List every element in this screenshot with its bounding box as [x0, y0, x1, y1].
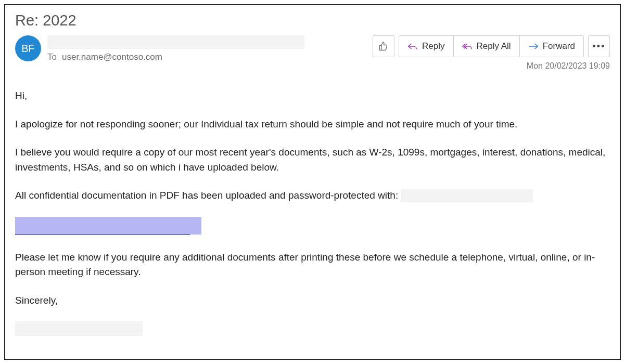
recipient-line: To user.name@contoso.com: [47, 52, 313, 62]
reply-button[interactable]: Reply: [399, 36, 453, 57]
email-timestamp: Mon 20/02/2023 19:09: [527, 61, 610, 71]
sender-avatar[interactable]: BF: [15, 35, 41, 61]
reply-all-button[interactable]: Reply All: [454, 36, 520, 57]
reply-button-group: Reply Reply All: [399, 35, 584, 57]
sender-info: To user.name@contoso.com: [47, 35, 313, 62]
action-buttons: Reply Reply All: [373, 35, 610, 57]
email-header: BF To user.name@contoso.com: [15, 35, 610, 71]
avatar-initials: BF: [21, 43, 35, 55]
signature-redacted: [15, 321, 143, 336]
body-p3-text: All confidential documentation in PDF ha…: [15, 190, 398, 201]
actions-area: Reply Reply All: [313, 35, 610, 71]
password-redacted: [401, 189, 533, 202]
forward-label: Forward: [543, 41, 575, 51]
body-paragraph-1: I apologize for not responding sooner; o…: [15, 117, 610, 132]
reply-icon: [407, 41, 418, 51]
body-greeting: Hi,: [15, 88, 610, 103]
email-body: Hi, I apologize for not responding soone…: [15, 88, 610, 336]
email-reading-pane: Re: 2022 BF To user.name@contoso.com: [4, 4, 621, 360]
body-paragraph-3: All confidential documentation in PDF ha…: [15, 188, 610, 203]
body-paragraph-4: Please let me know if you require any ad…: [15, 250, 610, 280]
reply-label: Reply: [422, 41, 444, 51]
reply-all-label: Reply All: [477, 41, 511, 51]
sender-name-redacted: [47, 35, 304, 49]
attachment-link-redacted[interactable]: [15, 217, 201, 235]
forward-button[interactable]: Forward: [520, 36, 583, 57]
reply-all-icon: [462, 41, 473, 51]
to-label: To: [47, 52, 57, 62]
thumbs-up-icon: [378, 41, 389, 51]
ellipsis-icon: •••: [593, 41, 606, 52]
like-button[interactable]: [373, 35, 394, 57]
email-subject: Re: 2022: [15, 12, 610, 29]
body-paragraph-2: I believe you would require a copy of ou…: [15, 145, 610, 175]
body-closing: Sincerely,: [15, 293, 610, 308]
more-actions-button[interactable]: •••: [588, 35, 610, 57]
forward-icon: [528, 41, 539, 51]
recipient-address: user.name@contoso.com: [62, 52, 162, 62]
